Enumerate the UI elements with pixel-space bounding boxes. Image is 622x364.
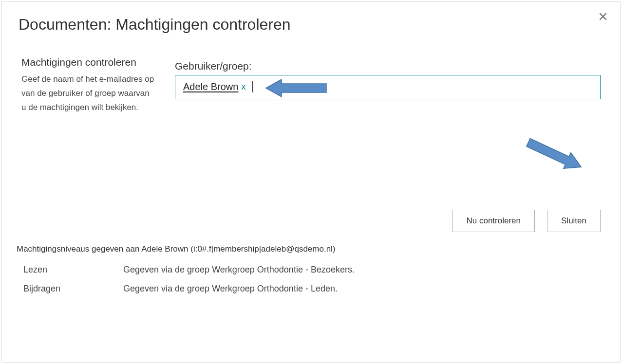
- results-section: Machtigingsniveaus gegeven aan Adele Bro…: [2, 232, 620, 294]
- results-header: Machtigingsniveaus gegeven aan Adele Bro…: [17, 244, 601, 254]
- selected-user-chip[interactable]: Adele Brown: [183, 81, 238, 92]
- button-row: Nu controleren Sluiten: [2, 210, 620, 232]
- permission-source: Gegeven via de groep Werkgroep Orthodont…: [123, 265, 601, 275]
- dialog-close-button[interactable]: [598, 12, 608, 23]
- form-column: Gebruiker/groep: Adele Brown x: [155, 55, 601, 115]
- check-permissions-dialog: Documenten: Machtigingen controleren Mac…: [1, 1, 621, 363]
- text-cursor: [252, 81, 253, 92]
- permission-row: Lezen Gegeven via de groep Werkgroep Ort…: [17, 265, 601, 275]
- remove-user-chip[interactable]: x: [241, 82, 245, 92]
- user-group-input[interactable]: Adele Brown x: [175, 75, 601, 99]
- annotation-arrow-to-button: [526, 122, 584, 188]
- content-row: Machtigingen controleren Geef de naam of…: [2, 43, 620, 115]
- close-icon: [598, 12, 608, 21]
- permission-level: Bijdragen: [23, 284, 123, 294]
- permission-source: Gegeven via de groep Werkgroep Orthodont…: [123, 284, 601, 294]
- close-button[interactable]: Sluiten: [547, 210, 601, 232]
- svg-marker-3: [526, 134, 584, 175]
- section-description: Geef de naam of het e-mailadres op van d…: [21, 73, 155, 115]
- permission-level: Lezen: [23, 265, 123, 275]
- dialog-title: Documenten: Machtigingen controleren: [2, 2, 620, 43]
- user-group-label: Gebruiker/groep:: [175, 60, 601, 72]
- check-now-button[interactable]: Nu controleren: [452, 210, 535, 232]
- section-title: Machtigingen controleren: [21, 55, 155, 69]
- instructions-column: Machtigingen controleren Geef de naam of…: [21, 55, 155, 115]
- permission-row: Bijdragen Gegeven via de groep Werkgroep…: [17, 284, 601, 294]
